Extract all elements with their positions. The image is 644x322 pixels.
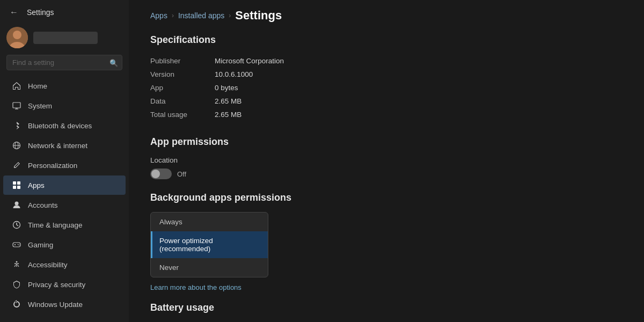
- avatar: [6, 27, 28, 48]
- sidebar-item-label: Personalization: [28, 162, 77, 170]
- windows_update-icon: [12, 299, 21, 309]
- sidebar-item-label: System: [28, 102, 52, 110]
- sidebar-item-label: Bluetooth & devices: [28, 122, 92, 130]
- battery-usage-title: Battery usage: [150, 302, 623, 313]
- toggle-knob: [151, 170, 160, 178]
- personalization-icon: [12, 160, 21, 170]
- sidebar-item-time[interactable]: Time & language: [3, 215, 126, 235]
- sidebar-item-privacy[interactable]: Privacy & security: [3, 275, 126, 294]
- search-input[interactable]: [6, 55, 122, 70]
- sidebar-item-network[interactable]: Network & internet: [3, 136, 126, 155]
- battery-usage-section: Battery usage Check this app's battery u…: [150, 302, 623, 322]
- sidebar-item-home[interactable]: Home: [3, 76, 126, 96]
- gaming-icon: [12, 240, 21, 250]
- svg-line-16: [17, 225, 18, 226]
- svg-point-22: [16, 261, 18, 263]
- sidebar-item-gaming[interactable]: Gaming: [3, 235, 126, 254]
- breadcrumb-sep-2: ›: [229, 12, 231, 19]
- app-permissions-title: App permissions: [150, 136, 623, 148]
- sidebar-item-label: Network & internet: [28, 142, 87, 150]
- system-icon: [12, 101, 21, 111]
- sidebar-item-label: Home: [28, 82, 47, 90]
- spec-value-data: 2.65 MB: [215, 97, 241, 105]
- page-title: Settings: [235, 9, 282, 23]
- background-apps-title: Background apps permissions: [150, 192, 623, 203]
- bluetooth-icon: [12, 121, 21, 130]
- home-icon: [12, 81, 21, 91]
- location-toggle-state: Off: [177, 170, 186, 178]
- sidebar-item-windows_update[interactable]: Windows Update: [3, 295, 126, 314]
- sidebar-item-personalization[interactable]: Personalization: [3, 156, 126, 175]
- breadcrumb-sep-1: ›: [172, 12, 174, 19]
- sidebar-item-accessibility[interactable]: Accessibility: [3, 255, 126, 274]
- spec-value-version: 10.0.6.1000: [215, 70, 253, 78]
- spec-label-version: Version: [150, 70, 215, 78]
- user-name: [38, 34, 40, 42]
- sidebar-item-label: Windows Update: [28, 301, 83, 309]
- background-apps-dropdown[interactable]: Always Power optimized (recommended) Nev…: [150, 212, 268, 277]
- svg-point-21: [19, 245, 20, 246]
- sidebar-title: Settings: [27, 8, 54, 17]
- user-name-box[interactable]: [33, 32, 98, 44]
- spec-label-publisher: Publisher: [150, 57, 215, 65]
- sidebar-item-label: Accounts: [28, 201, 58, 209]
- specifications-title: Specifications: [150, 34, 623, 46]
- spec-value-total-usage: 2.65 MB: [215, 111, 241, 119]
- dropdown-option-always[interactable]: Always: [151, 213, 268, 231]
- sidebar-item-label: Accessibility: [28, 261, 68, 269]
- time-icon: [12, 220, 21, 230]
- apps-icon: [12, 180, 21, 190]
- svg-point-13: [15, 202, 19, 206]
- sidebar: ← Settings 🔍 Home System: [0, 0, 129, 322]
- location-permission: Location Off: [150, 156, 623, 179]
- main-content: Apps › Installed apps › Settings Specifi…: [129, 0, 644, 322]
- app-permissions-section: App permissions Location Off: [150, 136, 623, 179]
- spec-row-total-usage: Total usage 2.65 MB: [150, 108, 623, 121]
- sidebar-top: ← Settings: [0, 0, 129, 24]
- user-section: [0, 24, 129, 53]
- accessibility-icon: [12, 260, 21, 269]
- spec-row-version: Version 10.0.6.1000: [150, 68, 623, 81]
- network-icon: [12, 141, 21, 150]
- nav-list: Home System Bluetooth & devices Network …: [0, 74, 129, 322]
- breadcrumb: Apps › Installed apps › Settings: [150, 0, 623, 32]
- location-toggle-row: Off: [150, 169, 623, 179]
- sidebar-item-label: Gaming: [28, 241, 53, 249]
- spec-row-app: App 0 bytes: [150, 81, 623, 94]
- sidebar-item-accounts[interactable]: Accounts: [3, 195, 126, 215]
- svg-rect-11: [13, 186, 16, 189]
- dropdown-option-never[interactable]: Never: [151, 258, 268, 277]
- learn-more-link[interactable]: Learn more about the options: [150, 283, 241, 291]
- sidebar-item-label: Time & language: [28, 221, 83, 229]
- spec-row-data: Data 2.65 MB: [150, 94, 623, 108]
- svg-rect-9: [13, 181, 16, 185]
- location-toggle[interactable]: [150, 169, 172, 179]
- svg-point-20: [18, 244, 19, 245]
- spec-row-publisher: Publisher Microsoft Corporation: [150, 54, 623, 68]
- spec-label-total-usage: Total usage: [150, 111, 215, 119]
- sidebar-item-system[interactable]: System: [3, 96, 126, 115]
- accounts-icon: [12, 200, 21, 210]
- breadcrumb-installed-apps[interactable]: Installed apps: [178, 11, 224, 20]
- back-button[interactable]: ←: [6, 5, 21, 20]
- specifications-table: Publisher Microsoft Corporation Version …: [150, 54, 623, 121]
- sidebar-item-label: Privacy & security: [28, 281, 85, 289]
- svg-rect-3: [13, 103, 20, 108]
- location-label: Location: [150, 156, 623, 164]
- search-icon: 🔍: [109, 58, 118, 67]
- sidebar-item-bluetooth[interactable]: Bluetooth & devices: [3, 116, 126, 135]
- privacy-icon: [12, 280, 21, 289]
- svg-rect-10: [17, 181, 20, 185]
- sidebar-item-label: Apps: [28, 181, 45, 189]
- background-apps-section: Background apps permissions Always Power…: [150, 192, 623, 291]
- spec-value-publisher: Microsoft Corporation: [215, 57, 284, 65]
- sidebar-item-apps[interactable]: Apps: [3, 175, 126, 195]
- breadcrumb-apps[interactable]: Apps: [150, 11, 167, 20]
- spec-value-app: 0 bytes: [215, 84, 238, 92]
- spec-label-data: Data: [150, 97, 215, 105]
- spec-label-app: App: [150, 84, 215, 92]
- svg-point-1: [13, 31, 21, 39]
- svg-rect-12: [17, 186, 20, 189]
- search-box: 🔍: [6, 55, 122, 70]
- dropdown-option-power-optimized[interactable]: Power optimized (recommended): [151, 231, 268, 258]
